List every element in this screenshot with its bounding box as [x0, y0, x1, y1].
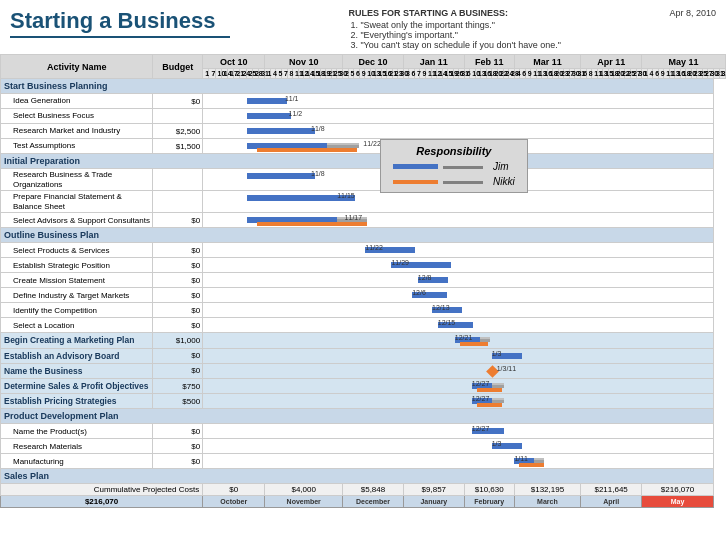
section-activity-name: Establish an Advisory Board [1, 348, 153, 363]
activity-row: Research Materials$01/3 [1, 439, 726, 454]
activity-row: Select Products & Services$011/22 [1, 243, 726, 258]
activity-budget: $0 [153, 303, 203, 318]
activity-budget: $0 [153, 439, 203, 454]
section-cell: Product Development Plan [1, 409, 714, 424]
section-activity-name: Establish Pricing Strategies [1, 394, 153, 409]
month-footer-label: November [265, 496, 343, 508]
activity-row: Manufacturing$01/11 [1, 454, 726, 469]
rule-1: "Sweat only the important things." [360, 20, 561, 30]
section-activity-row: Name the Business$01/3/11 [1, 363, 726, 378]
cost-cell: $9,857 [403, 484, 464, 496]
cost-cell: $4,000 [265, 484, 343, 496]
month-jan: Jan 11 [403, 55, 464, 69]
section-activity-name: Determine Sales & Profit Objectives [1, 378, 153, 393]
section-cell: Outline Business Plan [1, 228, 714, 243]
activity-name: Establish Strategic Position [1, 258, 153, 273]
activity-name: Research Business & Trade Organizations [1, 169, 153, 191]
activity-row: Research Market and Industry$2,50011/8 [1, 124, 726, 139]
activity-budget: $0 [153, 454, 203, 469]
month-footer-label: March [514, 496, 581, 508]
section-activity-budget: $0 [153, 348, 203, 363]
activity-budget: $0 [153, 258, 203, 273]
activity-name: Select a Location [1, 318, 153, 333]
activity-name: Select Products & Services [1, 243, 153, 258]
activity-gantt: 11/2 [203, 109, 714, 124]
responsibility-title: Responsibility [393, 145, 515, 157]
activity-name: Manufacturing [1, 454, 153, 469]
cumulative-costs-row: Cummulative Projected Costs$0$4,000$5,84… [1, 484, 726, 496]
month-may: May 11 [642, 55, 726, 69]
activity-budget [153, 191, 203, 213]
month-footer-label: April [581, 496, 642, 508]
nikki-row: Nikki [393, 176, 515, 187]
activity-budget: $0 [153, 243, 203, 258]
activity-gantt: 11/8 [203, 124, 714, 139]
activity-gantt: 1/11 [203, 454, 714, 469]
activity-row: Establish Strategic Position$011/29 [1, 258, 726, 273]
activity-budget: $1,500 [153, 139, 203, 154]
nikki-label: Nikki [493, 176, 515, 187]
jim-row: Jim [393, 161, 515, 172]
month-oct: Oct 10 [203, 55, 265, 69]
section-header-row: Sales Plan [1, 469, 726, 484]
section-activity-budget: $0 [153, 363, 203, 378]
activity-name: Identify the Competition [1, 303, 153, 318]
activity-gantt: 11/15 [203, 191, 714, 213]
activity-name: Research Market and Industry [1, 124, 153, 139]
section-header-row: Start Business Planning [1, 79, 726, 94]
cumulative-label: Cummulative Projected Costs [1, 484, 203, 496]
activity-budget: $0 [153, 213, 203, 228]
cost-cell: $216,070 [642, 484, 714, 496]
activity-name: Research Materials [1, 439, 153, 454]
activity-row: Select Business Focus11/2 [1, 109, 726, 124]
activity-row: Idea Generation$011/1 [1, 94, 726, 109]
month-footer-label: December [343, 496, 404, 508]
nikki-bar [393, 180, 438, 184]
activity-budget [153, 169, 203, 191]
section-activity-gantt: 12/27 [203, 378, 714, 393]
jim-label: Jim [493, 161, 509, 172]
activity-name: Select Business Focus [1, 109, 153, 124]
jim-bar [393, 164, 438, 169]
cost-cell: $10,630 [464, 484, 514, 496]
section-activity-name: Name the Business [1, 363, 153, 378]
section-activity-gantt: 1/3 [203, 348, 714, 363]
activity-gantt: 12/27 [203, 424, 714, 439]
month-mar: Mar 11 [514, 55, 581, 69]
month-nov: Nov 10 [265, 55, 343, 69]
activity-name: Prepare Financial Statement & Balance Sh… [1, 191, 153, 213]
section-activity-name: Begin Creating a Marketing Plan [1, 333, 153, 348]
section-cell: Initial Preparation [1, 154, 714, 169]
section-activity-budget: $750 [153, 378, 203, 393]
col-activity: Activity Name [1, 55, 153, 79]
activity-name: Idea Generation [1, 94, 153, 109]
rule-2: "Everything's important." [360, 30, 561, 40]
header-date: Apr 8, 2010 [669, 8, 716, 18]
nikki-bar2 [443, 181, 483, 184]
activity-row: Select a Location$012/15 [1, 318, 726, 333]
title-underline [10, 36, 230, 38]
activity-row: Research Business & Trade Organizations1… [1, 169, 726, 191]
page-title: Starting a Business [10, 8, 230, 34]
activity-budget: $2,500 [153, 124, 203, 139]
activity-budget: $0 [153, 273, 203, 288]
activity-gantt: 12/8 [203, 273, 714, 288]
section-cell: Sales Plan [1, 469, 714, 484]
section-activity-gantt: 1/3/11 [203, 363, 714, 378]
col-budget: Budget [153, 55, 203, 79]
rules-title: RULES FOR STARTING A BUSINESS: [348, 8, 561, 18]
activity-gantt: 11/17 [203, 213, 714, 228]
month-feb: Feb 11 [464, 55, 514, 69]
activity-row: Define Industry & Target Markets$012/6 [1, 288, 726, 303]
activity-budget: $0 [153, 318, 203, 333]
activity-budget: $0 [153, 94, 203, 109]
activity-name: Test Assumptions [1, 139, 153, 154]
month-footer-label: October [203, 496, 265, 508]
activity-row: Test Assumptions$1,50011/22 [1, 139, 726, 154]
activity-gantt: 11/29 [203, 258, 714, 273]
activity-budget [153, 109, 203, 124]
month-footer-label: May [642, 496, 714, 508]
section-header-row: Initial Preparation [1, 154, 726, 169]
activity-budget: $0 [153, 288, 203, 303]
section-cell: Start Business Planning [1, 79, 714, 94]
